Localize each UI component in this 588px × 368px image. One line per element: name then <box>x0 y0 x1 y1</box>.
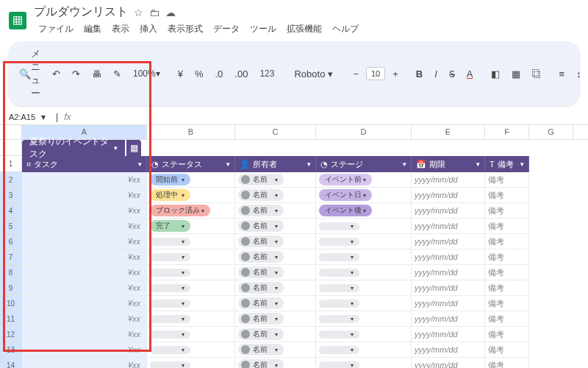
col-header-F[interactable]: F <box>485 125 529 139</box>
row-header[interactable]: 11 <box>0 311 22 327</box>
percent-icon[interactable]: % <box>190 66 208 82</box>
due-cell[interactable]: yyyy/mm/dd <box>412 358 485 368</box>
status-chip[interactable]: ▾ <box>150 284 190 292</box>
task-cell[interactable]: ¥xx <box>22 250 147 265</box>
row-header[interactable]: 9 <box>0 280 22 296</box>
owner-cell[interactable]: 名前▾ <box>235 250 316 265</box>
due-cell[interactable]: yyyy/mm/dd <box>412 172 485 188</box>
stage-cell[interactable]: ▾ <box>316 280 412 296</box>
row-header-1[interactable]: 1 <box>0 156 22 172</box>
stage-chip[interactable]: ▾ <box>319 284 359 292</box>
menu-tools[interactable]: ツール <box>245 21 281 37</box>
th-stage[interactable]: ◔ ステージ▾ <box>316 156 412 172</box>
stage-cell[interactable]: ▾ <box>316 250 412 265</box>
task-cell[interactable]: ¥xx <box>22 342 147 358</box>
zoom-select[interactable]: 100% ▾ <box>129 66 165 82</box>
notes-cell[interactable]: 備考 <box>485 250 529 265</box>
due-cell[interactable]: yyyy/mm/dd <box>412 342 485 358</box>
stage-chip[interactable]: ▾ <box>319 269 359 277</box>
status-cell[interactable]: ▾ <box>147 327 235 342</box>
fill-color-icon[interactable]: ◧ <box>487 66 504 82</box>
select-all-corner[interactable] <box>0 125 22 139</box>
sheets-logo[interactable] <box>9 12 26 29</box>
task-cell[interactable]: ¥xx <box>22 296 147 311</box>
status-chip[interactable]: ▾ <box>150 253 190 261</box>
task-cell[interactable]: ¥xx <box>22 234 147 250</box>
owner-cell[interactable]: 名前▾ <box>235 358 316 368</box>
cloud-icon[interactable]: ☁ <box>165 7 176 18</box>
task-cell[interactable]: ¥xx <box>22 311 147 327</box>
task-cell[interactable]: ¥xx <box>22 172 147 188</box>
status-chip[interactable]: ブロック済み▾ <box>150 205 210 216</box>
col-header-C[interactable]: C <box>235 125 316 139</box>
row-header[interactable]: 3 <box>0 188 22 203</box>
notes-cell[interactable]: 備考 <box>485 203 529 219</box>
status-chip[interactable]: 処理中▾ <box>150 189 190 201</box>
due-cell[interactable]: yyyy/mm/dd <box>412 250 485 265</box>
owner-cell[interactable]: 名前▾ <box>235 327 316 342</box>
status-cell[interactable]: ▾ <box>147 280 235 296</box>
strike-icon[interactable]: S̶ <box>445 66 459 82</box>
due-cell[interactable]: yyyy/mm/dd <box>412 280 485 296</box>
owner-chip[interactable]: 名前▾ <box>238 359 284 368</box>
task-cell[interactable]: ¥xx <box>22 358 147 368</box>
row-header[interactable]: 5 <box>0 219 22 234</box>
menu-data[interactable]: データ <box>209 21 244 37</box>
notes-cell[interactable]: 備考 <box>485 265 529 280</box>
v-align-icon[interactable]: ↕ <box>572 66 586 82</box>
due-cell[interactable]: yyyy/mm/dd <box>412 311 485 327</box>
font-select[interactable]: Roboto ▾ <box>287 66 340 82</box>
menu-help[interactable]: ヘルプ <box>328 21 363 37</box>
name-box[interactable]: A2:A15 <box>9 113 35 121</box>
stage-chip[interactable]: ▾ <box>319 222 359 230</box>
stage-cell[interactable]: イベント日▾ <box>316 188 412 203</box>
menu-extensions[interactable]: 拡張機能 <box>282 21 326 37</box>
owner-cell[interactable]: 名前▾ <box>235 311 316 327</box>
font-size-input[interactable]: 10 <box>366 67 385 80</box>
redo-icon[interactable]: ↷ <box>68 66 85 82</box>
stage-chip[interactable]: ▾ <box>319 315 359 323</box>
status-chip[interactable]: ▾ <box>150 330 190 339</box>
status-cell[interactable]: ▾ <box>147 296 235 311</box>
due-cell[interactable]: yyyy/mm/dd <box>412 188 485 203</box>
status-chip[interactable]: ▾ <box>150 269 190 277</box>
menu-format[interactable]: 表示形式 <box>163 21 207 37</box>
status-chip[interactable]: ▾ <box>150 315 190 323</box>
notes-cell[interactable]: 備考 <box>485 219 529 234</box>
stage-cell[interactable]: ▾ <box>316 327 412 342</box>
task-cell[interactable]: ¥xx <box>22 203 147 219</box>
status-cell[interactable]: ▾ <box>147 342 235 358</box>
due-cell[interactable]: yyyy/mm/dd <box>412 234 485 250</box>
due-cell[interactable]: yyyy/mm/dd <box>412 265 485 280</box>
owner-cell[interactable]: 名前▾ <box>235 203 316 219</box>
notes-cell[interactable]: 備考 <box>485 188 529 203</box>
stage-chip[interactable]: ▾ <box>319 346 359 354</box>
stage-chip[interactable]: イベント前▾ <box>319 174 372 185</box>
th-owner[interactable]: 👤 所有者▾ <box>235 156 316 172</box>
col-header-G[interactable]: G <box>529 125 573 139</box>
due-cell[interactable]: yyyy/mm/dd <box>412 327 485 342</box>
stage-chip[interactable]: ▾ <box>319 238 359 246</box>
stage-cell[interactable]: ▾ <box>316 219 412 234</box>
stage-cell[interactable]: ▾ <box>316 296 412 311</box>
owner-chip[interactable]: 名前▾ <box>238 328 284 340</box>
row-header[interactable]: 2 <box>0 172 22 188</box>
owner-cell[interactable]: 名前▾ <box>235 219 316 234</box>
font-size-minus[interactable]: − <box>348 66 363 82</box>
task-cell[interactable]: ¥xx <box>22 327 147 342</box>
status-cell[interactable]: ▾ <box>147 234 235 250</box>
notes-cell[interactable]: 備考 <box>485 280 529 296</box>
doc-title[interactable]: プルダウンリスト <box>34 4 128 20</box>
owner-cell[interactable]: 名前▾ <box>235 188 316 203</box>
col-header-D[interactable]: D <box>316 125 412 139</box>
status-cell[interactable]: 開始前▾ <box>147 172 235 188</box>
status-cell[interactable]: 処理中▾ <box>147 188 235 203</box>
currency-icon[interactable]: ¥ <box>173 66 187 82</box>
table-settings-icon[interactable]: ▦ <box>126 140 141 156</box>
owner-chip[interactable]: 名前▾ <box>238 174 284 185</box>
owner-cell[interactable]: 名前▾ <box>235 172 316 188</box>
move-icon[interactable]: 🗀 <box>149 7 159 18</box>
owner-cell[interactable]: 名前▾ <box>235 296 316 311</box>
borders-icon[interactable]: ▦ <box>507 66 525 82</box>
due-cell[interactable]: yyyy/mm/dd <box>412 296 485 311</box>
